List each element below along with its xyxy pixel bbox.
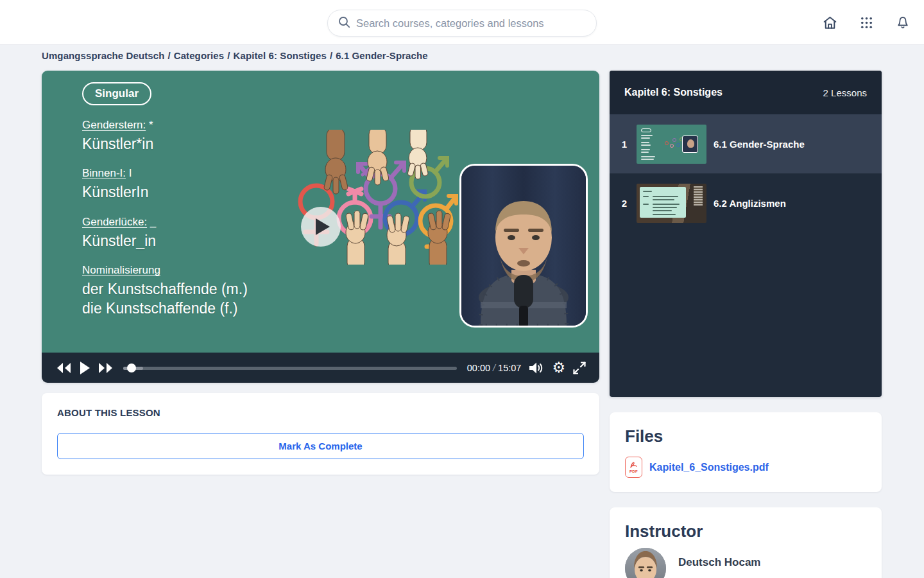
video-progress-bar[interactable] — [123, 363, 457, 372]
lesson-title: 6.2 Anglizismen — [714, 198, 786, 209]
about-lesson-heading: ABOUT THIS LESSON — [57, 407, 584, 418]
time-display: 00:00/15:07 — [463, 363, 526, 373]
play-overlay-button[interactable] — [301, 207, 341, 247]
chapter-playlist: Kapitel 6: Sonstiges 2 Lessons 1 — [610, 71, 882, 397]
slide-entry-suffix: * — [149, 119, 153, 131]
mini-illustration — [665, 135, 684, 153]
instructor-card: Instructor Deutsch Hocam — [610, 507, 882, 578]
progress-handle[interactable] — [127, 363, 136, 372]
lesson-count: 2 Lessons — [823, 87, 867, 98]
instructor-name: Deutsch Hocam — [678, 556, 760, 569]
slide-entry-value: Künstler*in — [82, 135, 248, 153]
file-link[interactable]: Kapitel_6_Sonstiges.pdf — [649, 462, 769, 473]
playlist-header: Kapitel 6: Sonstiges 2 Lessons — [610, 71, 882, 114]
main-content: Singular Genderstern: * Künstler*in Binn… — [0, 61, 924, 578]
slide-entry-label: Genderstern: — [82, 119, 146, 131]
files-card: Files PDF Kapitel_6_Sonstiges.pdf — [610, 412, 882, 492]
video-controls-bar: 00:00/15:07 ⚙ — [42, 353, 599, 383]
breadcrumb-chapter[interactable]: Kapitel 6: Sonstiges — [234, 50, 327, 61]
lesson-number: 1 — [617, 139, 631, 150]
current-time: 00:00 — [467, 363, 490, 373]
lesson-thumbnail — [637, 125, 706, 164]
breadcrumb-course[interactable]: Umgangssprache Deutsch — [42, 50, 164, 61]
slide-entry: Nominalisierung der Kunstschaffende (m.)… — [82, 264, 248, 318]
breadcrumb-lesson: 6.1 Gender-Sprache — [336, 50, 428, 61]
play-icon — [316, 218, 330, 235]
slide-entry: Binnen-I: I KünstlerIn — [82, 167, 248, 202]
fast-forward-icon[interactable] — [94, 362, 118, 374]
slide-entry-suffix: I — [129, 167, 132, 179]
breadcrumb-categories[interactable]: Categories — [174, 50, 225, 61]
notifications-bell-icon[interactable] — [894, 14, 911, 31]
settings-gear-icon[interactable]: ⚙ — [548, 360, 569, 375]
sidebar-column: Kapitel 6: Sonstiges 2 Lessons 1 — [610, 71, 882, 578]
slide-content: Singular Genderstern: * Künstler*in Binn… — [82, 82, 248, 318]
topbar-icon-group — [821, 0, 921, 45]
lesson-item-anglizismen[interactable]: 2 6.2 Anglizismen — [610, 173, 882, 232]
lesson-item-gender-sprache[interactable]: 1 6.1 Gender-Sprache — [610, 114, 882, 173]
slide-badge: Singular — [82, 82, 151, 105]
files-heading: Files — [625, 426, 866, 446]
lesson-column: Singular Genderstern: * Künstler*in Binn… — [42, 71, 599, 578]
time-separator: / — [490, 363, 498, 373]
volume-icon[interactable] — [525, 362, 548, 374]
lesson-thumbnail — [637, 184, 706, 223]
lesson-title: 6.1 Gender-Sprache — [714, 139, 805, 150]
progress-track — [123, 367, 457, 370]
rewind-icon[interactable] — [51, 362, 76, 374]
slide-entry-label: Nominalisierung — [82, 264, 160, 276]
slide-entry-label: Binnen-I: — [82, 167, 126, 179]
file-item-pdf[interactable]: PDF Kapitel_6_Sonstiges.pdf — [625, 457, 866, 478]
slide-entry: Genderlücke: _ Künstler_in — [82, 216, 248, 250]
top-navigation-bar — [0, 0, 924, 45]
chapter-title: Kapitel 6: Sonstiges — [624, 87, 723, 98]
instructor-row: Deutsch Hocam — [625, 548, 866, 578]
video-frame[interactable]: Singular Genderstern: * Künstler*in Binn… — [42, 71, 599, 353]
fullscreen-icon[interactable] — [569, 362, 590, 374]
search-icon — [338, 16, 350, 31]
lesson-number: 2 — [617, 198, 631, 209]
breadcrumb-separator: / — [164, 50, 173, 61]
slide-entry-value: der Kunstschaffende (m.) — [82, 280, 248, 299]
breadcrumb-separator: / — [327, 50, 336, 61]
duration: 15:07 — [498, 363, 521, 373]
home-icon[interactable] — [821, 14, 838, 31]
slide-entry-label: Genderlücke: — [82, 216, 147, 228]
slide-entry-suffix: _ — [150, 216, 156, 228]
mini-webcam — [682, 136, 698, 153]
slide-entry-value2: die Kunstschaffende (f.) — [82, 299, 248, 318]
pdf-file-icon: PDF — [625, 457, 642, 478]
about-lesson-card: ABOUT THIS LESSON Mark As Complete — [42, 393, 599, 475]
gender-symbols-illustration — [293, 130, 459, 267]
global-search[interactable] — [327, 10, 597, 37]
instructor-webcam-pip — [459, 164, 588, 328]
slide-entry-value: KünstlerIn — [82, 183, 248, 202]
video-player: Singular Genderstern: * Künstler*in Binn… — [42, 71, 599, 383]
play-button-icon[interactable] — [76, 362, 94, 374]
mark-as-complete-button[interactable]: Mark As Complete — [57, 433, 584, 459]
pdf-badge: PDF — [629, 469, 638, 473]
apps-grid-icon[interactable] — [858, 14, 875, 31]
search-input[interactable] — [356, 17, 586, 30]
instructor-avatar — [625, 548, 666, 578]
breadcrumb-separator: / — [224, 50, 233, 61]
slide-entry: Genderstern: * Künstler*in — [82, 119, 248, 153]
breadcrumb: Umgangssprache Deutsch/Categories/Kapite… — [0, 45, 924, 61]
slide-entry-value: Künstler_in — [82, 232, 248, 250]
instructor-heading: Instructor — [625, 521, 866, 541]
